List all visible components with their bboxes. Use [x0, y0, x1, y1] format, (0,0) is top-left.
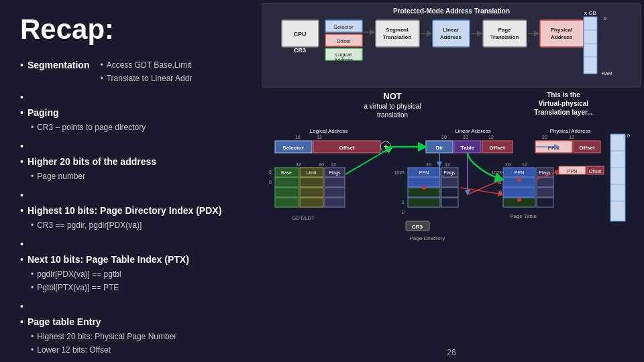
svg-text:CPU: CPU	[293, 31, 306, 38]
slide: Recap: Segmentation Access GDT Base,Limi…	[0, 0, 644, 362]
svg-line-122	[468, 180, 502, 194]
right-panel: Protected-Mode Address Translation CPU C…	[262, 0, 644, 362]
svg-text:20: 20	[542, 135, 547, 139]
item-text: Highest 10 bits: Page Directory Index (P…	[28, 203, 221, 218]
list-item: •Paging CR3 – points to page directory	[20, 90, 248, 135]
svg-text:10: 10	[441, 135, 447, 139]
svg-rect-114	[537, 188, 553, 197]
svg-text:Selector: Selector	[333, 24, 354, 30]
list-item: •Page table Entry Highest 20 bits: Physi…	[20, 299, 248, 357]
svg-text:Offset: Offset	[579, 145, 594, 151]
item-text: Next 10 bits: Page Table Index (PTX)	[28, 252, 189, 267]
list-item: Segmentation Access GDT Base,Limit Trans…	[20, 58, 248, 86]
sub-item: CR3 == pgdir, pgdir[PDX(va)]	[31, 219, 142, 232]
svg-text:PPN: PPN	[419, 170, 429, 175]
svg-text:12: 12	[445, 162, 450, 167]
item-text: Page table Entry	[28, 314, 101, 329]
svg-text:8: 8	[269, 170, 272, 174]
svg-text:1: 1	[402, 200, 405, 204]
svg-rect-90	[408, 178, 440, 187]
svg-rect-113	[503, 188, 535, 197]
svg-rect-15	[433, 20, 470, 47]
svg-text:1023: 1023	[491, 170, 502, 175]
svg-text:20: 20	[505, 162, 511, 167]
svg-text:Segment: Segment	[386, 27, 409, 33]
svg-rect-73	[300, 188, 323, 197]
svg-text:Offset: Offset	[589, 169, 602, 174]
svg-text:Flags: Flags	[443, 170, 455, 176]
sub-item: Lower 12 bits: Offset	[31, 344, 176, 357]
svg-rect-23	[540, 20, 584, 47]
svg-text:Page Directory: Page Directory	[410, 235, 445, 241]
svg-rect-112	[537, 178, 553, 187]
svg-text:Page: Page	[498, 27, 511, 33]
svg-text:Base: Base	[281, 170, 292, 175]
svg-text:Translation: Translation	[383, 34, 412, 40]
sub-item: CR3 – points to page directory	[31, 121, 146, 134]
sub-item: Access GDT Base,Limit	[100, 59, 192, 72]
svg-text:PPN: PPN	[568, 169, 577, 174]
svg-text:Physical: Physical	[551, 27, 572, 33]
svg-rect-69	[275, 178, 299, 187]
not-sub-text: a virtual to physical	[364, 103, 421, 110]
item-text: Segmentation	[28, 58, 90, 72]
sub-item: pgdir[PDX(va)] == pgtbl	[31, 268, 121, 281]
diagram-title: Protected-Mode Address Translation	[393, 7, 510, 15]
svg-text:Offset: Offset	[336, 38, 351, 44]
svg-rect-75	[275, 198, 299, 207]
sub-item: Translate to Linear Addr	[100, 72, 192, 85]
svg-text:1023: 1023	[394, 170, 405, 175]
svg-rect-95	[441, 198, 458, 207]
svg-rect-74	[325, 188, 345, 197]
sub-item: Page number	[31, 170, 85, 183]
not-text: NOT	[383, 91, 402, 101]
svg-text:PPN: PPN	[548, 145, 559, 151]
svg-rect-11	[376, 20, 419, 47]
bullet-list: Segmentation Access GDT Base,Limit Trans…	[20, 58, 248, 362]
svg-text:Table: Table	[461, 145, 475, 151]
this-is-text3: Translation layer...	[534, 109, 592, 116]
svg-text:0: 0	[499, 190, 502, 194]
svg-text:Address: Address	[334, 57, 353, 63]
item-text: Higher 20 bits of the address	[28, 154, 156, 169]
svg-rect-71	[325, 178, 345, 187]
svg-text:12: 12	[522, 162, 527, 167]
page-number: 26	[447, 348, 456, 357]
svg-text:x GB: x GB	[584, 10, 596, 16]
svg-rect-19	[483, 20, 527, 47]
svg-rect-91	[441, 178, 458, 187]
cr3-label: CR3	[294, 47, 306, 54]
left-panel: Recap: Segmentation Access GDT Base,Limi…	[0, 0, 262, 362]
svg-text:Address: Address	[440, 34, 462, 40]
logical-addr-label: Logical Address	[310, 128, 347, 134]
item-text: Paging	[28, 105, 59, 120]
svg-text:CR3: CR3	[412, 224, 423, 230]
svg-text:16: 16	[295, 135, 301, 139]
svg-text:12: 12	[331, 162, 336, 167]
svg-text:Offset: Offset	[339, 145, 354, 151]
svg-text:Selector: Selector	[282, 145, 304, 151]
list-item: •Highest 10 bits: Page Directory Index (…	[20, 188, 248, 233]
svg-text:Physical Address: Physical Address	[550, 128, 591, 134]
svg-text:Linear: Linear	[443, 27, 459, 33]
svg-text:Limit: Limit	[307, 170, 317, 175]
svg-text:Linear Address: Linear Address	[455, 128, 490, 134]
svg-rect-94	[408, 198, 440, 207]
svg-rect-77	[325, 198, 345, 207]
svg-text:0: 0	[604, 16, 606, 21]
this-is-text2: Virtual-physical	[539, 100, 589, 107]
svg-text:0: 0	[627, 133, 630, 138]
svg-point-117	[517, 178, 521, 182]
svg-point-96	[422, 186, 426, 190]
this-is-text: This is the	[547, 91, 580, 99]
svg-point-118	[517, 198, 521, 202]
svg-text:0: 0	[269, 180, 272, 184]
svg-rect-72	[275, 188, 299, 197]
diagram-svg: Protected-Mode Address Translation CPU C…	[262, 0, 644, 362]
svg-text:32: 32	[317, 135, 322, 139]
svg-rect-76	[300, 198, 323, 207]
list-item: •Next 10 bits: Page Table Index (PTX) pg…	[20, 237, 248, 295]
svg-rect-128	[610, 134, 625, 221]
svg-text:GDT/LDT: GDT/LDT	[292, 215, 315, 221]
svg-text:Address: Address	[551, 34, 573, 40]
